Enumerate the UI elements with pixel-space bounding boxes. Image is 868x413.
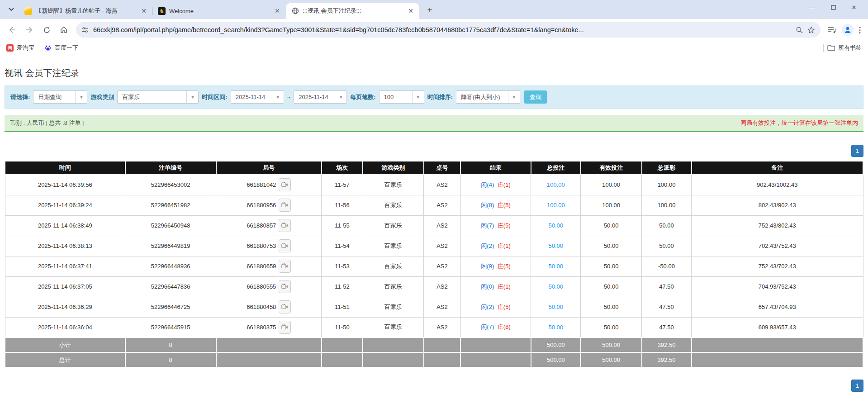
game-type-select[interactable]: 百家乐 ▼	[117, 90, 199, 104]
page-size-select[interactable]: 100 ▼	[379, 90, 424, 104]
cell-note: 802.43/902.43	[692, 195, 863, 215]
bookmark-aitaobao[interactable]: 淘 爱淘宝	[6, 44, 34, 52]
cell-total-bet: 50.00	[531, 297, 581, 317]
total-bet-link[interactable]: 100.00	[547, 181, 565, 188]
cell-time: 2025-11-14 06:39:56	[5, 175, 125, 195]
time-sort-select[interactable]: 降幂(由大到小) ▼	[456, 90, 520, 104]
round-id: 661880375	[247, 324, 276, 331]
result-banker: 庄(5)	[498, 222, 511, 229]
video-replay-button[interactable]	[279, 260, 291, 273]
date-to-select[interactable]: 2025-11-14 ▼	[294, 90, 347, 104]
video-camera-icon	[281, 223, 288, 228]
chevron-down-icon	[9, 8, 14, 11]
query-mode-select[interactable]: 日期查询 ▼	[33, 90, 87, 104]
tab-close-icon[interactable]: ✕	[140, 7, 148, 15]
video-replay-button[interactable]	[279, 178, 291, 191]
header-time: 时间	[5, 161, 125, 175]
cell-result: 闲(4) 庄(1)	[460, 175, 531, 195]
bookmark-label: 百度一下	[55, 44, 78, 52]
close-window-button[interactable]: ✕	[844, 0, 864, 14]
cell-round: 661880375	[216, 317, 322, 337]
forum-favicon-icon	[24, 7, 32, 15]
cell-valid-bet: 50.00	[581, 256, 642, 276]
video-replay-button[interactable]	[279, 280, 291, 293]
cell-payout: 47.50	[642, 317, 692, 337]
header-round: 局号	[216, 161, 322, 175]
dropdown-arrow-icon: ▼	[75, 91, 87, 103]
person-icon	[844, 26, 852, 34]
video-replay-button[interactable]	[279, 219, 291, 232]
cell-session: 11-57	[322, 175, 363, 195]
total-count: 8	[125, 352, 216, 367]
browser-tab-betrecord-active[interactable]: :::视讯 会员下注纪录::: ✕	[286, 3, 419, 19]
home-button[interactable]	[56, 22, 71, 38]
status-bar: 币别 : 人民币 | 总共 :8 注单 | 同局有效投注，统一计算在该局第一张注…	[5, 115, 863, 132]
cell-result: 闲(7) 庄(8)	[460, 317, 531, 337]
cell-note: 702.43/752.43	[692, 236, 863, 256]
dropdown-arrow-icon: ▼	[412, 91, 424, 103]
round-id: 661880555	[247, 283, 276, 290]
back-button[interactable]	[5, 22, 20, 38]
result-banker: 庄(1)	[498, 242, 511, 249]
cell-total-bet: 100.00	[531, 195, 581, 215]
refresh-button[interactable]	[39, 22, 54, 38]
media-controls-icon[interactable]	[828, 26, 836, 34]
cell-session: 11-51	[322, 297, 363, 317]
cell-total-bet: 50.00	[531, 256, 581, 276]
cell-note: 704.93/752.43	[692, 276, 863, 297]
site-settings-icon[interactable]	[81, 26, 89, 33]
profile-avatar[interactable]	[842, 24, 854, 36]
cell-total-bet: 100.00	[531, 175, 581, 195]
menu-dots-icon[interactable]	[859, 26, 861, 34]
video-replay-button[interactable]	[279, 321, 291, 334]
url-text[interactable]: 66cxkj98.com/ipl/portal.php/game/betreco…	[93, 26, 791, 33]
new-tab-button[interactable]: +	[423, 3, 436, 17]
browser-tab-welcome[interactable]: ♞ Welcome ✕	[152, 3, 286, 19]
cell-time: 2025-11-14 06:37:05	[5, 276, 125, 297]
page-1-button[interactable]: 1	[851, 380, 863, 392]
cell-bet-id: 522966447836	[125, 276, 216, 297]
total-bet-link[interactable]: 50.00	[549, 222, 564, 229]
table-row: 2025-11-14 06:39:24 522966451982 6618809…	[5, 195, 863, 215]
total-bet-link[interactable]: 50.00	[549, 242, 564, 249]
cell-valid-bet: 50.00	[581, 276, 642, 297]
cell-game-type: 百家乐	[363, 276, 424, 297]
forward-button[interactable]	[22, 22, 37, 38]
cell-game-type: 百家乐	[363, 175, 424, 195]
result-player: 闲(2)	[481, 242, 494, 249]
total-bet-link[interactable]: 50.00	[549, 263, 564, 270]
result-player: 闲(7)	[481, 222, 494, 229]
video-replay-button[interactable]	[279, 199, 291, 212]
page-1-button[interactable]: 1	[851, 145, 863, 157]
bookmark-baidu[interactable]: 百度一下	[44, 44, 78, 52]
video-camera-icon	[281, 304, 288, 310]
video-replay-button[interactable]	[279, 300, 291, 313]
maximize-button[interactable]	[823, 0, 844, 14]
tab-close-icon[interactable]: ✕	[407, 7, 415, 15]
search-button[interactable]: 查询	[524, 90, 547, 104]
cell-game-type: 百家乐	[363, 236, 424, 256]
cell-valid-bet: 50.00	[581, 236, 642, 256]
valid-bet-notice-text: 同局有效投注，统一计算在该局第一张注单内	[740, 119, 858, 127]
total-bet-link[interactable]: 100.00	[547, 202, 565, 209]
table-row: 2025-11-14 06:38:13 522966449819 6618807…	[5, 236, 863, 256]
video-camera-icon	[281, 263, 288, 269]
tab-close-icon[interactable]: ✕	[273, 7, 281, 15]
tab-search-button[interactable]	[4, 2, 19, 17]
round-id: 661880659	[247, 263, 276, 270]
cell-table-no: AS2	[424, 175, 461, 195]
bookmark-star-icon[interactable]	[807, 26, 815, 34]
address-bar[interactable]: 66cxkj98.com/ipl/portal.php/game/betreco…	[76, 22, 821, 38]
browser-tab-forum[interactable]: 【新提醒】杨雪儿的帖子 - 海燕 ✕	[19, 3, 152, 19]
all-bookmarks-button[interactable]: 所有书签	[827, 44, 862, 52]
cell-table-no: AS2	[424, 195, 461, 215]
minimize-button[interactable]: —	[802, 0, 823, 14]
page-size-label: 每页笔数:	[350, 93, 375, 101]
cell-round: 661880458	[216, 297, 322, 317]
date-from-select[interactable]: 2025-11-14 ▼	[231, 90, 284, 104]
total-bet-link[interactable]: 50.00	[549, 324, 564, 331]
total-bet-link[interactable]: 50.00	[549, 283, 564, 290]
total-bet-link[interactable]: 50.00	[549, 304, 564, 310]
video-replay-button[interactable]	[279, 239, 291, 252]
zoom-icon[interactable]	[796, 26, 803, 33]
